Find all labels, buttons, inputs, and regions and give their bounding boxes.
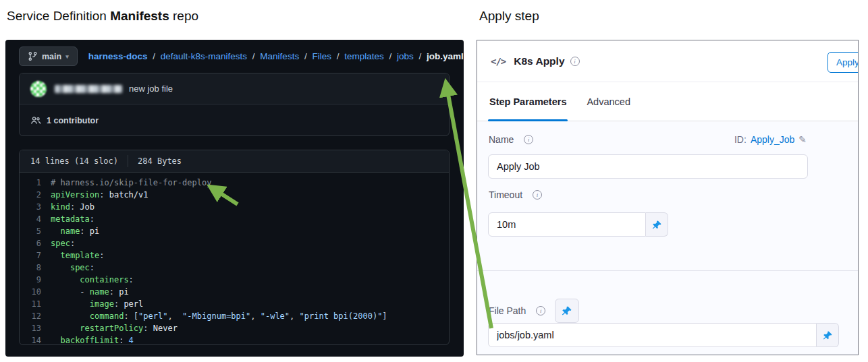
section-divider	[477, 270, 858, 271]
code-line: 12 command: ["perl", "-Mbignum=bpi", "-w…	[20, 310, 449, 322]
step-title: K8s Apply	[514, 55, 564, 67]
breadcrumb-job.yaml: job.yaml	[427, 51, 464, 61]
line-number[interactable]: 8	[20, 262, 51, 274]
id-link[interactable]: Apply_Job	[751, 134, 794, 145]
contributors-row[interactable]: 1 contributor	[20, 104, 449, 136]
timeout-input-group	[488, 212, 668, 237]
code-line: 9 containers:	[20, 274, 449, 286]
breadcrumb-Manifests[interactable]: Manifests	[260, 51, 299, 61]
line-number[interactable]: 6	[20, 237, 51, 249]
left-title-post: repo	[169, 9, 198, 23]
code-line: 10 - name: pi	[20, 286, 449, 298]
breadcrumb-default-k8s-manifests[interactable]: default-k8s-manifests	[161, 51, 247, 61]
code-line: 13 restartPolicy: Never	[20, 322, 449, 334]
name-label-text: Name	[489, 134, 514, 145]
branch-selector[interactable]: main ▾	[19, 47, 78, 66]
code-icon: </>	[491, 56, 506, 67]
line-number[interactable]: 7	[20, 249, 51, 262]
step-tabs: Step ParametersAdvanced	[477, 82, 858, 121]
breadcrumb-harness-docs[interactable]: harness-docs	[88, 51, 148, 61]
commit-box: new job file 1 contributor	[19, 73, 450, 136]
timeout-label: Timeout i	[489, 189, 542, 200]
breadcrumb-separator: /	[148, 51, 161, 61]
pin-icon	[652, 220, 662, 230]
breadcrumb-separator: /	[247, 51, 260, 61]
line-number[interactable]: 1	[20, 177, 51, 189]
breadcrumb-separator: /	[299, 51, 312, 61]
name-label-row: Name i ID: Apply_Job ✎	[489, 134, 807, 145]
filepath-input[interactable]	[488, 323, 817, 347]
commit-author-redacted	[55, 85, 122, 93]
page: Service Definition Manifests repo Apply …	[0, 0, 868, 362]
filepath-input-group	[488, 323, 839, 347]
tab-step-parameters[interactable]: Step Parameters	[489, 82, 566, 121]
tab-advanced[interactable]: Advanced	[587, 82, 630, 121]
right-title: Apply step	[479, 9, 539, 24]
pin-icon	[823, 330, 833, 340]
info-icon[interactable]: i	[533, 190, 542, 200]
code-line: 11 image: perl	[20, 298, 449, 310]
line-number[interactable]: 4	[20, 213, 51, 225]
line-number[interactable]: 5	[20, 225, 51, 237]
pin-icon-button[interactable]	[817, 323, 839, 347]
divider	[128, 155, 128, 167]
github-panel: main ▾ harness-docs / default-k8s-manife…	[5, 40, 464, 357]
left-title-bold: Manifests	[110, 9, 169, 23]
pin-icon-button[interactable]	[646, 212, 668, 237]
step-id: ID: Apply_Job ✎	[734, 134, 807, 145]
git-branch-icon	[28, 51, 38, 61]
timeout-label-text: Timeout	[489, 189, 522, 200]
step-header: </> K8s Apply i Apply	[477, 40, 858, 82]
id-prefix: ID:	[734, 134, 747, 145]
code-line: 1# harness.io/skip-file-for-deploy	[20, 177, 449, 189]
breadcrumb: harness-docs / default-k8s-manifests / M…	[88, 51, 464, 61]
contributors-label: 1 contributor	[47, 116, 99, 125]
people-icon	[30, 115, 41, 126]
line-number[interactable]: 9	[20, 274, 51, 286]
latest-commit-row: new job file	[20, 73, 449, 104]
left-title: Service Definition Manifests repo	[7, 9, 198, 24]
step-parameters-content: Name i ID: Apply_Job ✎ Timeout i	[477, 122, 858, 355]
code-line: 5 name: pi	[20, 225, 449, 237]
file-stats-bar: 14 lines (14 sloc) 284 Bytes	[20, 150, 449, 173]
line-number[interactable]: 3	[20, 201, 51, 213]
line-number[interactable]: 10	[20, 286, 51, 298]
avatar[interactable]	[30, 81, 47, 97]
line-number[interactable]: 14	[20, 334, 51, 345]
file-size: 284 Bytes	[138, 156, 182, 166]
info-icon[interactable]: i	[570, 57, 580, 66]
code-line: 14 backoffLimit: 4	[20, 334, 449, 345]
commit-message[interactable]: new job file	[129, 84, 173, 94]
github-topbar: main ▾ harness-docs / default-k8s-manife…	[5, 40, 464, 73]
breadcrumb-jobs[interactable]: jobs	[397, 51, 414, 61]
filepath-label: File Path i	[489, 305, 545, 316]
code-line: 8 spec:	[20, 262, 449, 274]
chevron-down-icon: ▾	[65, 53, 69, 60]
left-title-pre: Service Definition	[7, 9, 110, 23]
code-line: 3kind: Job	[20, 201, 449, 213]
breadcrumb-separator: /	[331, 51, 344, 61]
code-line: 4metadata:	[20, 213, 449, 225]
apply-step-panel: </> K8s Apply i Apply Step ParametersAdv…	[477, 40, 859, 355]
line-number[interactable]: 2	[20, 189, 51, 201]
file-lines-count: 14 lines (14 sloc)	[30, 156, 118, 166]
name-input[interactable]	[488, 154, 808, 179]
code-line: 7 template:	[20, 249, 449, 262]
line-number[interactable]: 11	[20, 298, 51, 310]
line-number[interactable]: 12	[20, 310, 51, 322]
filepath-label-row: File Path i	[489, 299, 579, 323]
name-label: Name i	[489, 134, 533, 145]
breadcrumb-templates[interactable]: templates	[344, 51, 384, 61]
timeout-input[interactable]	[488, 212, 646, 237]
info-icon[interactable]: i	[536, 306, 545, 315]
pin-icon-button[interactable]	[555, 299, 579, 323]
file-viewer: 14 lines (14 sloc) 284 Bytes 1# harness.…	[19, 150, 450, 345]
line-number[interactable]: 13	[20, 322, 51, 334]
pin-icon	[562, 305, 572, 316]
branch-name: main	[42, 52, 61, 61]
edit-icon[interactable]: ✎	[798, 134, 807, 145]
info-icon[interactable]: i	[524, 135, 533, 144]
breadcrumb-Files[interactable]: Files	[312, 51, 331, 61]
breadcrumb-separator: /	[384, 51, 397, 61]
apply-changes-button[interactable]: Apply	[828, 52, 859, 73]
